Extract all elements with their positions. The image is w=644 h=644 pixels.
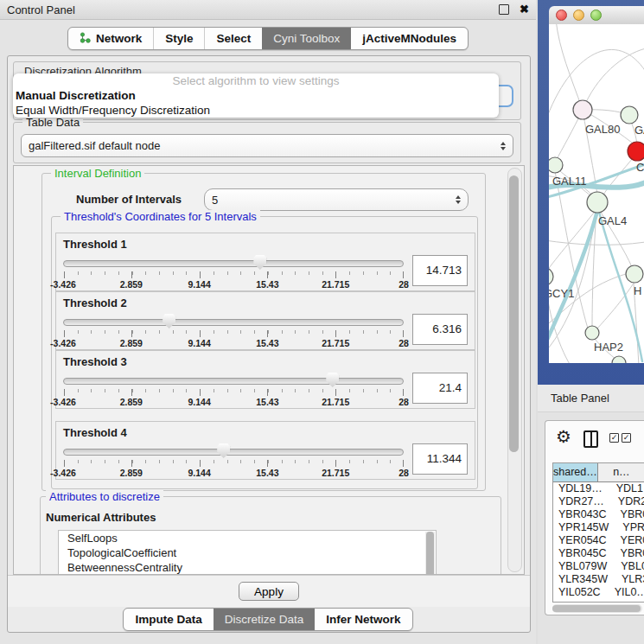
table-row[interactable]: YPR145W YPR1… bbox=[553, 521, 644, 534]
table-data-combobox[interactable]: galFiltered.sif default node bbox=[21, 134, 513, 157]
node-label-gal80: GAL80 bbox=[585, 123, 620, 136]
cell-shared-name: YBR045C bbox=[553, 547, 607, 560]
tab-cyni-toolbox[interactable]: Cyni Toolbox bbox=[262, 28, 351, 49]
threshold-2-label: Threshold 2 bbox=[63, 296, 475, 309]
columns-icon[interactable] bbox=[583, 430, 598, 448]
node-hap2[interactable] bbox=[585, 326, 599, 340]
apply-button[interactable]: Apply bbox=[239, 582, 299, 601]
slider-track[interactable] bbox=[63, 260, 404, 267]
minimize-traffic-light[interactable] bbox=[573, 10, 584, 21]
slider-tick-labels: -3.426 2.859 9.144 15.43 21.715 28 bbox=[63, 468, 404, 478]
table-row[interactable]: YIL052C YIL0… bbox=[553, 586, 644, 599]
node-gal4[interactable] bbox=[587, 192, 608, 213]
table-data-group: Table Data galFiltered.sif default node bbox=[13, 122, 521, 163]
node-label-c: C bbox=[636, 161, 644, 174]
table-row[interactable]: YBR045C YBR0… bbox=[553, 547, 644, 560]
tick-label: 21.715 bbox=[322, 397, 349, 407]
tab-style[interactable]: Style bbox=[153, 28, 204, 49]
table-panel-window: ⚙ ✓ ✓ shared… n… YDL19… YDL1… YDR27… YDR… bbox=[545, 420, 644, 615]
tab-network[interactable]: Network bbox=[68, 28, 153, 49]
screenshot-root: Control Panel ✖ Networ bbox=[0, 0, 644, 644]
node-gal11[interactable] bbox=[549, 157, 563, 173]
node-red-selected[interactable] bbox=[628, 142, 644, 161]
node-gal80[interactable] bbox=[573, 100, 592, 119]
combo-arrows-icon bbox=[456, 195, 461, 204]
threshold-1-slider-thumb[interactable] bbox=[253, 255, 266, 270]
cell-shared-name: YPR145W bbox=[553, 521, 609, 534]
number-of-intervals-value: 5 bbox=[212, 194, 218, 207]
settings-vertical-scrollbar[interactable] bbox=[507, 168, 522, 572]
threshold-2-slider[interactable]: -3.426 2.859 9.144 15.43 21.715 28 bbox=[63, 312, 404, 348]
tab-select[interactable]: Select bbox=[204, 28, 262, 49]
close-icon[interactable]: ✖ bbox=[520, 5, 529, 14]
tab-jactivemnodules[interactable]: jActiveMNodules bbox=[351, 28, 468, 49]
threshold-3-value-field[interactable]: 21.4 bbox=[412, 373, 468, 404]
gear-icon[interactable]: ⚙ bbox=[556, 426, 571, 447]
table-row[interactable]: YDR27… YDR2… bbox=[553, 495, 644, 508]
attributes-group-title: Attributes to discretize bbox=[46, 490, 163, 503]
table-row[interactable]: YBL079W YBL0… bbox=[553, 560, 644, 573]
table-row[interactable]: YDL19… YDL1… bbox=[553, 482, 644, 495]
threshold-4-value-field[interactable]: 11.344 bbox=[412, 443, 468, 475]
column-header-shared-name[interactable]: shared… bbox=[553, 463, 598, 481]
threshold-3-slider-thumb[interactable] bbox=[326, 373, 339, 387]
float-window-icon[interactable] bbox=[499, 4, 509, 15]
control-panel-title: Control Panel bbox=[7, 3, 499, 16]
node-label-hap2: HAP2 bbox=[594, 341, 623, 354]
threshold-3-slider[interactable]: -3.426 2.859 9.144 15.43 21.715 28 bbox=[63, 371, 404, 407]
threshold-2-slider-thumb[interactable] bbox=[163, 314, 175, 328]
table-row[interactable]: YBR043C YBR0… bbox=[553, 508, 644, 521]
number-of-intervals-combobox[interactable]: 5 bbox=[204, 188, 469, 211]
tab-impute-data-label: Impute Data bbox=[135, 613, 201, 626]
tab-impute-data[interactable]: Impute Data bbox=[124, 609, 213, 630]
tab-style-label: Style bbox=[165, 32, 193, 45]
threshold-1-slider[interactable]: -3.426 2.859 9.144 15.43 21.715 28 bbox=[63, 253, 404, 290]
table-hscrollbar-thumb[interactable] bbox=[552, 605, 641, 612]
node-h[interactable] bbox=[626, 265, 643, 283]
table-horizontal-scrollbar[interactable] bbox=[552, 604, 642, 613]
slider-track[interactable] bbox=[63, 449, 404, 456]
node-label-gal4: GAL4 bbox=[598, 214, 627, 227]
threshold-4-slider[interactable]: -3.426 2.859 9.144 15.43 21.715 28 bbox=[63, 442, 404, 478]
attribute-item-betweennesscentrality[interactable]: BetweennessCentrality bbox=[59, 560, 436, 575]
network-icon bbox=[80, 32, 91, 46]
attribute-item-selfloops[interactable]: SelfLoops bbox=[59, 531, 436, 545]
bottom-tabbar: Impute Data Discretize Data Infer Networ… bbox=[123, 608, 412, 631]
cell-name: YBR0… bbox=[607, 508, 644, 521]
node-unlabeled-topright[interactable] bbox=[621, 106, 638, 124]
slider-track[interactable] bbox=[63, 378, 404, 385]
table-data-title: Table Data bbox=[22, 116, 83, 129]
slider-track[interactable] bbox=[63, 319, 404, 326]
threshold-1-value-field[interactable]: 14.713 bbox=[412, 255, 468, 286]
cell-name: YBR0… bbox=[607, 547, 644, 560]
node-label-gal11: GAL11 bbox=[552, 175, 587, 188]
threshold-2-value-field[interactable]: 6.316 bbox=[412, 314, 468, 345]
attributes-scrollbar[interactable] bbox=[425, 532, 435, 575]
threshold-1-panel: Threshold 1 -3.426 2.859 bbox=[55, 233, 475, 291]
threshold-3-label: Threshold 3 bbox=[63, 355, 475, 368]
dropdown-option-manual-discretization[interactable]: Manual Discretization bbox=[13, 88, 499, 103]
column-header-name[interactable]: n… bbox=[598, 463, 644, 481]
threshold-4-slider-thumb[interactable] bbox=[217, 443, 230, 458]
zoom-traffic-light[interactable] bbox=[590, 10, 602, 21]
close-traffic-light[interactable] bbox=[556, 10, 567, 21]
threshold-2-panel: Threshold 2 -3.426 2.859 bbox=[55, 291, 475, 350]
tick-label: 28 bbox=[399, 397, 409, 407]
checkbox-icon[interactable]: ✓ bbox=[609, 433, 619, 443]
control-panel-window: Control Panel ✖ Networ bbox=[0, 0, 536, 644]
network-canvas[interactable]: GAL80 GA C GAL11 GAL4 GCY1 H HAP2 bbox=[549, 24, 644, 363]
dropdown-option-equal-width-frequency[interactable]: Equal Width/Frequency Discretization bbox=[13, 103, 499, 118]
checkbox-icon[interactable]: ✓ bbox=[622, 433, 631, 443]
table-row[interactable]: YLR345W YLR3… bbox=[553, 573, 644, 586]
table-row[interactable]: YER054C YER0… bbox=[553, 534, 644, 547]
tab-discretize-data[interactable]: Discretize Data bbox=[214, 609, 316, 630]
tab-select-label: Select bbox=[216, 32, 251, 45]
threshold-1-label: Threshold 1 bbox=[63, 238, 475, 251]
attribute-item-topologicalcoefficient[interactable]: TopologicalCoefficient bbox=[59, 545, 436, 560]
node-gcy1[interactable] bbox=[549, 268, 553, 285]
tab-network-label: Network bbox=[96, 32, 142, 45]
network-window-titlebar bbox=[549, 6, 644, 25]
settings-scrollbar-thumb[interactable] bbox=[509, 175, 519, 452]
tick-label: 2.859 bbox=[120, 279, 143, 290]
tab-infer-network[interactable]: Infer Network bbox=[315, 609, 411, 630]
